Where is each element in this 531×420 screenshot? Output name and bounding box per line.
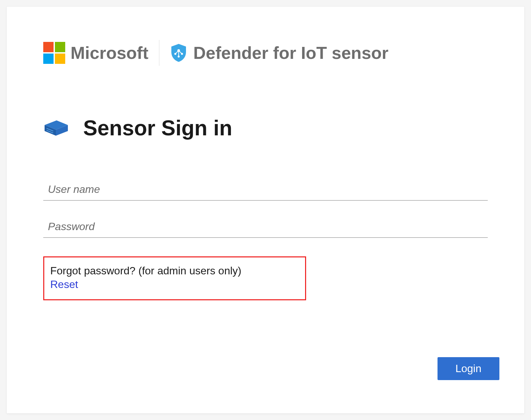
actions-row: Login (438, 357, 499, 380)
forgot-password-text: Forgot password? (for admin users only) (50, 265, 297, 277)
microsoft-logo-icon (43, 42, 65, 64)
microsoft-wordmark: Microsoft (71, 43, 148, 63)
password-input[interactable] (43, 216, 488, 238)
login-button[interactable]: Login (438, 357, 499, 380)
product-brand: Defender for IoT sensor (170, 43, 389, 63)
signin-form (43, 179, 488, 238)
product-name: Defender for IoT sensor (193, 43, 389, 63)
reset-link[interactable]: Reset (50, 278, 78, 291)
signin-card: Microsoft Defender for Io (7, 7, 524, 413)
page-title-row: Sensor Sign in (43, 116, 488, 140)
shield-icon (170, 43, 187, 63)
username-input[interactable] (43, 179, 488, 201)
sensor-device-icon (43, 118, 69, 138)
forgot-password-highlight: Forgot password? (for admin users only) … (43, 256, 306, 300)
microsoft-brand: Microsoft (43, 42, 148, 64)
page-background: Microsoft Defender for Io (0, 0, 531, 420)
header: Microsoft Defender for Io (43, 40, 488, 66)
page-title: Sensor Sign in (83, 116, 232, 140)
header-divider (159, 40, 159, 66)
